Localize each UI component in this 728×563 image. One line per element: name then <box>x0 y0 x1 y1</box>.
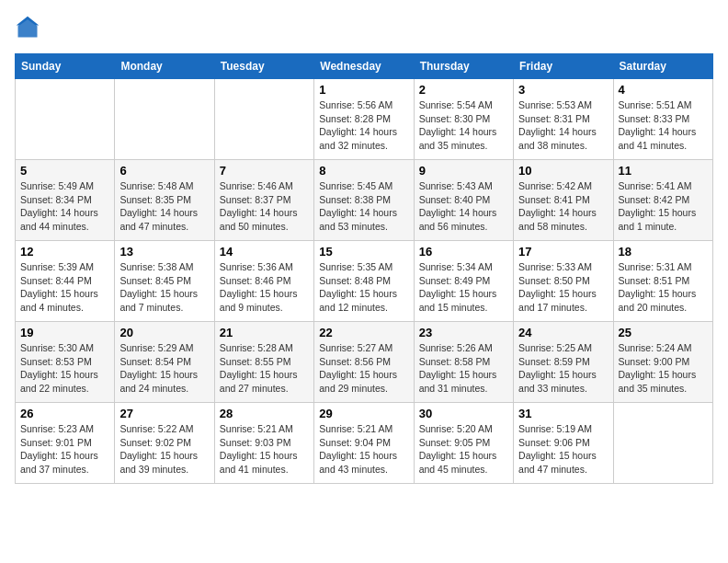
day-info: Sunrise: 5:39 AM Sunset: 8:44 PM Dayligh… <box>20 260 109 315</box>
svg-marker-0 <box>18 18 38 38</box>
day-info: Sunrise: 5:56 AM Sunset: 8:28 PM Dayligh… <box>319 98 408 153</box>
calendar-cell: 28Sunrise: 5:21 AM Sunset: 9:03 PM Dayli… <box>214 403 313 484</box>
calendar-cell: 25Sunrise: 5:24 AM Sunset: 9:00 PM Dayli… <box>613 322 712 403</box>
day-info: Sunrise: 5:48 AM Sunset: 8:35 PM Dayligh… <box>119 179 209 234</box>
calendar-week-row: 12Sunrise: 5:39 AM Sunset: 8:44 PM Dayli… <box>16 241 713 322</box>
day-number: 10 <box>518 164 608 178</box>
day-number: 12 <box>20 245 109 259</box>
day-number: 19 <box>20 326 109 339</box>
weekday-header-row: SundayMondayTuesdayWednesdayThursdayFrid… <box>16 54 713 79</box>
calendar-cell <box>115 79 214 160</box>
calendar-cell: 3Sunrise: 5:53 AM Sunset: 8:31 PM Daylig… <box>514 79 613 160</box>
calendar-cell: 5Sunrise: 5:49 AM Sunset: 8:34 PM Daylig… <box>16 160 115 241</box>
calendar-cell: 29Sunrise: 5:21 AM Sunset: 9:04 PM Dayli… <box>314 403 414 484</box>
calendar-cell: 14Sunrise: 5:36 AM Sunset: 8:46 PM Dayli… <box>214 241 313 322</box>
day-info: Sunrise: 5:38 AM Sunset: 8:45 PM Dayligh… <box>119 260 209 315</box>
day-info: Sunrise: 5:28 AM Sunset: 8:55 PM Dayligh… <box>220 341 309 396</box>
day-number: 27 <box>119 407 209 420</box>
weekday-header-sunday: Sunday <box>16 54 115 79</box>
day-info: Sunrise: 5:30 AM Sunset: 8:53 PM Dayligh… <box>20 341 109 396</box>
day-info: Sunrise: 5:22 AM Sunset: 9:02 PM Dayligh… <box>119 422 209 477</box>
day-number: 16 <box>419 245 508 259</box>
calendar-cell: 10Sunrise: 5:42 AM Sunset: 8:41 PM Dayli… <box>514 160 613 241</box>
day-number: 15 <box>319 245 408 259</box>
day-number: 26 <box>20 407 109 420</box>
calendar-table: SundayMondayTuesdayWednesdayThursdayFrid… <box>15 53 713 484</box>
logo-icon <box>15 15 40 40</box>
day-number: 14 <box>220 245 309 259</box>
calendar-cell <box>613 403 712 484</box>
day-info: Sunrise: 5:43 AM Sunset: 8:40 PM Dayligh… <box>419 179 508 234</box>
day-info: Sunrise: 5:27 AM Sunset: 8:56 PM Dayligh… <box>319 341 408 396</box>
day-info: Sunrise: 5:41 AM Sunset: 8:42 PM Dayligh… <box>619 179 708 234</box>
day-info: Sunrise: 5:21 AM Sunset: 9:04 PM Dayligh… <box>319 422 408 477</box>
calendar-cell: 15Sunrise: 5:35 AM Sunset: 8:48 PM Dayli… <box>314 241 414 322</box>
day-number: 5 <box>20 164 109 178</box>
calendar-cell: 12Sunrise: 5:39 AM Sunset: 8:44 PM Dayli… <box>16 241 115 322</box>
day-number: 3 <box>518 83 608 97</box>
day-number: 24 <box>518 326 608 339</box>
day-number: 30 <box>419 407 508 420</box>
day-info: Sunrise: 5:24 AM Sunset: 9:00 PM Dayligh… <box>619 341 708 396</box>
day-number: 31 <box>518 407 608 420</box>
day-info: Sunrise: 5:42 AM Sunset: 8:41 PM Dayligh… <box>518 179 608 234</box>
day-info: Sunrise: 5:51 AM Sunset: 8:33 PM Dayligh… <box>619 98 708 153</box>
calendar-week-row: 5Sunrise: 5:49 AM Sunset: 8:34 PM Daylig… <box>16 160 713 241</box>
calendar-cell: 22Sunrise: 5:27 AM Sunset: 8:56 PM Dayli… <box>314 322 414 403</box>
calendar-cell: 9Sunrise: 5:43 AM Sunset: 8:40 PM Daylig… <box>414 160 513 241</box>
day-number: 11 <box>619 164 708 178</box>
day-info: Sunrise: 5:31 AM Sunset: 8:51 PM Dayligh… <box>619 260 708 315</box>
calendar-cell: 8Sunrise: 5:45 AM Sunset: 8:38 PM Daylig… <box>314 160 414 241</box>
calendar-cell: 23Sunrise: 5:26 AM Sunset: 8:58 PM Dayli… <box>414 322 513 403</box>
calendar-cell <box>16 79 115 160</box>
logo <box>15 15 44 42</box>
day-number: 21 <box>220 326 309 339</box>
calendar-cell: 1Sunrise: 5:56 AM Sunset: 8:28 PM Daylig… <box>314 79 414 160</box>
day-number: 18 <box>619 245 708 259</box>
weekday-header-saturday: Saturday <box>613 54 712 79</box>
calendar-cell: 2Sunrise: 5:54 AM Sunset: 8:30 PM Daylig… <box>414 79 513 160</box>
day-number: 8 <box>319 164 408 178</box>
calendar-cell: 26Sunrise: 5:23 AM Sunset: 9:01 PM Dayli… <box>16 403 115 484</box>
day-number: 23 <box>419 326 508 339</box>
calendar-cell <box>214 79 313 160</box>
day-info: Sunrise: 5:36 AM Sunset: 8:46 PM Dayligh… <box>220 260 309 315</box>
calendar-cell: 21Sunrise: 5:28 AM Sunset: 8:55 PM Dayli… <box>214 322 313 403</box>
weekday-header-thursday: Thursday <box>414 54 513 79</box>
day-info: Sunrise: 5:21 AM Sunset: 9:03 PM Dayligh… <box>220 422 309 477</box>
calendar-cell: 30Sunrise: 5:20 AM Sunset: 9:05 PM Dayli… <box>414 403 513 484</box>
day-info: Sunrise: 5:46 AM Sunset: 8:37 PM Dayligh… <box>220 179 309 234</box>
day-info: Sunrise: 5:35 AM Sunset: 8:48 PM Dayligh… <box>319 260 408 315</box>
weekday-header-wednesday: Wednesday <box>314 54 414 79</box>
day-info: Sunrise: 5:53 AM Sunset: 8:31 PM Dayligh… <box>518 98 608 153</box>
weekday-header-tuesday: Tuesday <box>214 54 313 79</box>
day-number: 22 <box>319 326 408 339</box>
calendar-week-row: 26Sunrise: 5:23 AM Sunset: 9:01 PM Dayli… <box>16 403 713 484</box>
calendar-cell: 19Sunrise: 5:30 AM Sunset: 8:53 PM Dayli… <box>16 322 115 403</box>
day-number: 29 <box>319 407 408 420</box>
day-info: Sunrise: 5:23 AM Sunset: 9:01 PM Dayligh… <box>20 422 109 477</box>
weekday-header-monday: Monday <box>115 54 214 79</box>
day-number: 13 <box>119 245 209 259</box>
day-info: Sunrise: 5:49 AM Sunset: 8:34 PM Dayligh… <box>20 179 109 234</box>
day-number: 4 <box>619 83 708 97</box>
calendar-week-row: 19Sunrise: 5:30 AM Sunset: 8:53 PM Dayli… <box>16 322 713 403</box>
day-number: 2 <box>419 83 508 97</box>
day-number: 9 <box>419 164 508 178</box>
day-number: 28 <box>220 407 309 420</box>
day-number: 7 <box>220 164 309 178</box>
day-info: Sunrise: 5:33 AM Sunset: 8:50 PM Dayligh… <box>518 260 608 315</box>
day-info: Sunrise: 5:29 AM Sunset: 8:54 PM Dayligh… <box>119 341 209 396</box>
day-info: Sunrise: 5:25 AM Sunset: 8:59 PM Dayligh… <box>518 341 608 396</box>
calendar-cell: 31Sunrise: 5:19 AM Sunset: 9:06 PM Dayli… <box>514 403 613 484</box>
day-info: Sunrise: 5:19 AM Sunset: 9:06 PM Dayligh… <box>518 422 608 477</box>
day-info: Sunrise: 5:45 AM Sunset: 8:38 PM Dayligh… <box>319 179 408 234</box>
day-number: 6 <box>119 164 209 178</box>
calendar-cell: 18Sunrise: 5:31 AM Sunset: 8:51 PM Dayli… <box>613 241 712 322</box>
calendar-cell: 16Sunrise: 5:34 AM Sunset: 8:49 PM Dayli… <box>414 241 513 322</box>
day-info: Sunrise: 5:34 AM Sunset: 8:49 PM Dayligh… <box>419 260 508 315</box>
calendar-cell: 13Sunrise: 5:38 AM Sunset: 8:45 PM Dayli… <box>115 241 214 322</box>
day-number: 17 <box>518 245 608 259</box>
page-header <box>15 15 713 42</box>
day-number: 25 <box>619 326 708 339</box>
